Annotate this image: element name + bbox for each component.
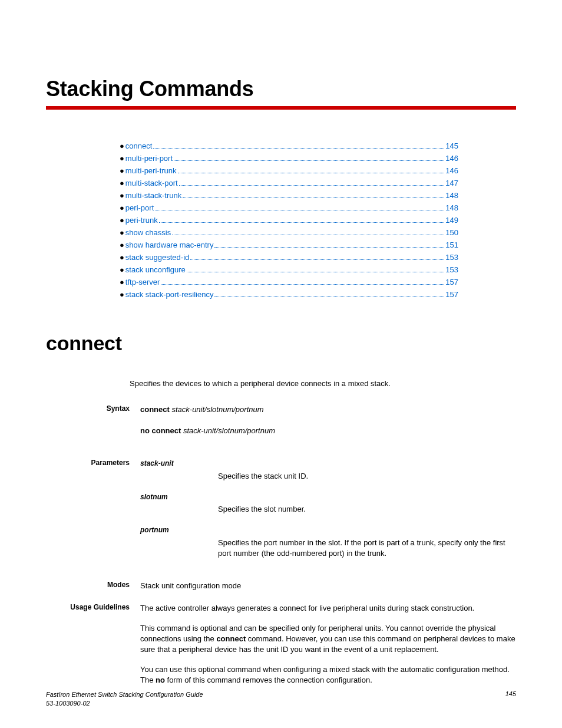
toc-item[interactable]: ●stack stack-port-resiliency157 bbox=[120, 290, 458, 299]
param-desc: Specifies the slot number. bbox=[218, 504, 516, 515]
toc-page: 147 bbox=[445, 179, 458, 187]
toc-page: 148 bbox=[445, 203, 458, 212]
usage-paragraph: This command is optional and can be spec… bbox=[140, 623, 516, 655]
toc-link[interactable]: peri-trunk bbox=[125, 216, 158, 225]
bullet-icon: ● bbox=[120, 265, 124, 274]
toc-leader bbox=[183, 197, 444, 198]
param-desc: Specifies the stack unit ID. bbox=[218, 471, 516, 482]
footer-page-number: 145 bbox=[505, 690, 516, 697]
toc-link[interactable]: multi-stack-trunk bbox=[125, 191, 181, 200]
toc-page: 150 bbox=[445, 228, 458, 237]
toc-link[interactable]: show chassis bbox=[125, 228, 171, 237]
param-desc: Specifies the port number in the slot. I… bbox=[218, 538, 516, 559]
bullet-icon: ● bbox=[120, 141, 124, 150]
toc-page: 153 bbox=[445, 265, 458, 274]
toc-item[interactable]: ●show hardware mac-entry 151 bbox=[120, 241, 458, 249]
bullet-icon: ● bbox=[120, 228, 124, 237]
usage-paragraph: You can use this optional command when c… bbox=[140, 664, 516, 686]
bullet-icon: ● bbox=[120, 203, 124, 212]
toc-leader bbox=[161, 284, 444, 285]
toc-leader bbox=[214, 247, 444, 248]
description-text: Specifies the devices to which a periphe… bbox=[130, 378, 504, 389]
toc-link[interactable]: connect bbox=[125, 141, 153, 150]
toc-link[interactable]: stack stack-port-resiliency bbox=[125, 290, 214, 299]
toc-leader bbox=[187, 272, 445, 272]
toc-leader bbox=[214, 297, 444, 297]
toc-item[interactable]: ●multi-stack-port 147 bbox=[120, 179, 458, 187]
toc-page: 153 bbox=[445, 253, 458, 262]
toc-link[interactable]: peri-port bbox=[125, 203, 154, 212]
footer-title: FastIron Ethernet Switch Stacking Config… bbox=[46, 691, 203, 698]
parameters-label: Parameters bbox=[46, 459, 140, 569]
syntax-command: connect bbox=[140, 405, 171, 414]
toc-item[interactable]: ●multi-peri-port 146 bbox=[120, 154, 458, 163]
usage-paragraph: The active controller always generates a… bbox=[140, 603, 516, 614]
footer-docnum: 53-1003090-02 bbox=[46, 700, 90, 707]
toc-link[interactable]: stack suggested-id bbox=[125, 253, 189, 262]
toc-leader bbox=[172, 235, 444, 235]
toc-leader bbox=[155, 210, 444, 210]
syntax-body: connect stack-unit/slotnum/portnum no co… bbox=[140, 404, 516, 447]
bullet-icon: ● bbox=[120, 191, 124, 200]
bullet-icon: ● bbox=[120, 179, 124, 187]
syntax-command: no connect bbox=[140, 426, 183, 435]
bullet-icon: ● bbox=[120, 290, 124, 299]
toc-link[interactable]: multi-peri-trunk bbox=[125, 166, 177, 175]
toc-page: 146 bbox=[445, 154, 458, 163]
param-name: stack-unit bbox=[140, 459, 516, 469]
toc-leader bbox=[178, 173, 445, 173]
toc-item[interactable]: ●multi-peri-trunk 146 bbox=[120, 166, 458, 175]
toc-item[interactable]: ●multi-stack-trunk 148 bbox=[120, 191, 458, 200]
toc: ●connect145 ●multi-peri-port 146 ●multi-… bbox=[120, 141, 458, 299]
bullet-icon: ● bbox=[120, 166, 124, 175]
toc-link[interactable]: tftp-server bbox=[125, 278, 160, 286]
syntax-label: Syntax bbox=[46, 404, 140, 447]
toc-link[interactable]: multi-stack-port bbox=[125, 179, 178, 187]
toc-leader bbox=[174, 160, 444, 161]
bullet-icon: ● bbox=[120, 241, 124, 249]
toc-item[interactable]: ●show chassis 150 bbox=[120, 228, 458, 237]
toc-page: 145 bbox=[445, 141, 458, 150]
bullet-icon: ● bbox=[120, 278, 124, 286]
toc-link[interactable]: show hardware mac-entry bbox=[125, 241, 214, 249]
toc-item[interactable]: ●peri-trunk 149 bbox=[120, 216, 458, 225]
usage-guidelines-label: Usage Guidelines bbox=[46, 603, 140, 686]
toc-leader bbox=[190, 259, 444, 260]
syntax-args: stack-unit/slotnum/portnum bbox=[171, 405, 263, 414]
toc-page: 157 bbox=[445, 278, 458, 286]
toc-leader bbox=[153, 148, 444, 149]
toc-link[interactable]: stack unconfigure bbox=[125, 265, 186, 274]
toc-item[interactable]: ●stack suggested-id153 bbox=[120, 253, 458, 262]
toc-item[interactable]: ●stack unconfigure153 bbox=[120, 265, 458, 274]
toc-item[interactable]: ●peri-port 148 bbox=[120, 203, 458, 212]
toc-page: 157 bbox=[445, 290, 458, 299]
param-name: portnum bbox=[140, 525, 516, 535]
bullet-icon: ● bbox=[120, 253, 124, 262]
red-rule bbox=[46, 106, 516, 110]
toc-page: 148 bbox=[445, 191, 458, 200]
toc-page: 149 bbox=[445, 216, 458, 225]
usage-guidelines-body: The active controller always generates a… bbox=[140, 603, 516, 686]
section-title: connect bbox=[46, 332, 516, 355]
toc-item[interactable]: ●connect145 bbox=[120, 141, 458, 150]
modes-label: Modes bbox=[46, 581, 140, 591]
toc-leader bbox=[179, 185, 445, 186]
bullet-icon: ● bbox=[120, 154, 124, 163]
toc-item[interactable]: ●tftp-server157 bbox=[120, 278, 458, 286]
chapter-title: Stacking Commands bbox=[46, 77, 516, 101]
toc-link[interactable]: multi-peri-port bbox=[125, 154, 173, 163]
toc-page: 151 bbox=[445, 241, 458, 249]
parameters-body: stack-unit Specifies the stack unit ID. … bbox=[140, 459, 516, 569]
syntax-args: stack-unit/slotnum/portnum bbox=[183, 426, 275, 435]
page-footer: FastIron Ethernet Switch Stacking Config… bbox=[46, 690, 516, 708]
modes-body: Stack unit configuration mode bbox=[140, 581, 516, 591]
param-name: slotnum bbox=[140, 492, 516, 502]
toc-page: 146 bbox=[445, 166, 458, 175]
toc-leader bbox=[159, 222, 445, 223]
bullet-icon: ● bbox=[120, 216, 124, 225]
